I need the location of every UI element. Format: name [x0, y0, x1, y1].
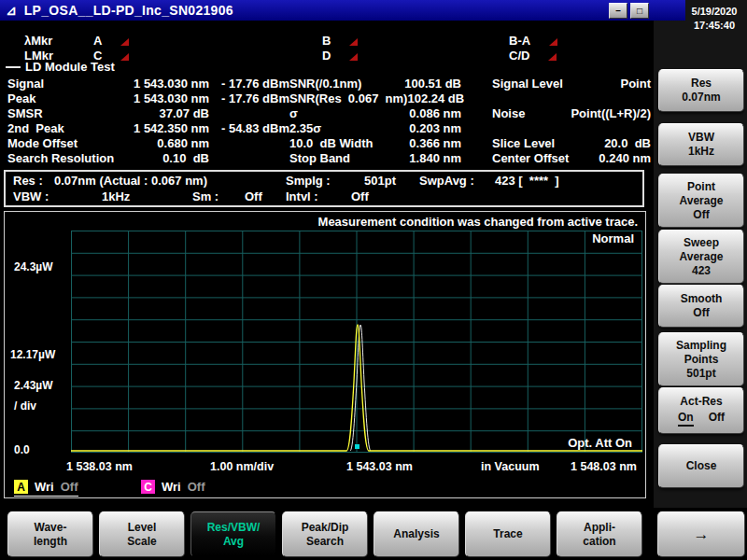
analysis-value: 1 543.030 nm	[129, 77, 209, 91]
act-res-off: Off	[709, 411, 725, 427]
fnkey-analysis[interactable]: Analysis	[374, 511, 459, 557]
analysis-value	[209, 136, 289, 150]
fnkey-line: Peak/Dip	[302, 521, 349, 535]
analysis-value: Point((L+R)/2)	[571, 106, 651, 120]
trace-c-legend: C Wri Off	[141, 480, 205, 496]
analysis-label: SNR(Res 0.067 nm)	[289, 91, 407, 105]
softkey-vbw[interactable]: VBW 1kHz	[658, 123, 744, 166]
trace-c-chip[interactable]: C	[141, 480, 155, 494]
act-res-state: On Off	[678, 411, 725, 427]
analysis-label: Search Resolution	[7, 151, 129, 165]
section-rule	[6, 66, 21, 68]
softkey-line: Sampling	[676, 339, 726, 353]
fnkey-level-scale[interactable]: Level Scale	[99, 511, 185, 557]
softkey-act-res[interactable]: Act-Res On Off	[658, 387, 744, 434]
act-res-on: On	[678, 411, 694, 427]
analysis-value: 1.840 nm	[409, 151, 461, 165]
trace-c-state: Off	[188, 480, 205, 494]
softkey-res[interactable]: Res 0.07nm	[658, 69, 744, 112]
softkey-line: Act-Res	[680, 395, 722, 409]
x-axis-div-label: 1.00 nm/div	[210, 460, 274, 473]
sm-label: Sm :	[192, 189, 218, 203]
wavelength-marker-row: λMkr A B B-A	[0, 34, 654, 48]
res-value: 0.07nm (Actual : 0.067 nm)	[54, 174, 207, 188]
fnkey-application[interactable]: Appli- cation	[557, 511, 642, 557]
marker-b-label: B	[322, 34, 331, 48]
analysis-value: - 54.83 dBm	[209, 121, 289, 135]
optical-attenuator-status: Opt. Att On	[568, 436, 632, 450]
analysis-section-header: LD Module Test	[6, 60, 115, 74]
lambda-mkr-label: λMkr	[24, 34, 52, 48]
softkey-line: Average	[680, 250, 724, 264]
softkey-smooth[interactable]: Smooth Off	[658, 285, 744, 328]
softkey-line: 0.07nm	[682, 91, 720, 105]
swpavg-value: 423 [ **** ]	[495, 174, 559, 188]
analysis-row: SMSR37.07 dB σ0.086 nm NoisePoint((L+R)/…	[0, 106, 654, 121]
analysis-value	[209, 106, 289, 120]
analysis-value: 1 543.030 nm	[129, 91, 209, 105]
fnkey-trace[interactable]: Trace	[465, 511, 551, 557]
fnkey-wavelength[interactable]: Wave- length	[7, 511, 93, 557]
analysis-value: Point	[621, 77, 652, 91]
analysis-label: Peak	[7, 91, 129, 105]
analysis-label: 10.0 dB Width	[289, 136, 373, 150]
graph-area: Measurement condition was changed from a…	[4, 211, 646, 498]
analysis-row: Peak1 543.030 nm- 17.76 dBm SNR(Res 0.06…	[0, 91, 654, 106]
analysis-value: 0.366 nm	[409, 136, 461, 150]
marker-triangle-icon	[548, 53, 557, 61]
fnkey-line: cation	[583, 535, 615, 549]
analysis-label: Signal Level	[492, 77, 563, 91]
x-axis-start-label: 1 538.03 nm	[66, 460, 133, 473]
softkey-line: Smooth	[681, 292, 723, 306]
minimize-button[interactable]: –	[609, 3, 627, 19]
analysis-value: 0.680 nm	[129, 136, 209, 150]
app-logo-icon: ⊿	[6, 3, 17, 18]
analysis-row: Search Resolution0.10 dB Stop Band1.840 …	[0, 151, 654, 166]
trace-a-chip[interactable]: A	[14, 480, 28, 494]
analysis-value: 0.10 dB	[129, 151, 209, 165]
fnkey-res-vbw-avg[interactable]: Res/VBW/ Avg	[190, 511, 276, 557]
analysis-label: Slice Level	[492, 136, 555, 150]
softkey-line: VBW	[688, 131, 714, 145]
softkey-line: Res	[691, 77, 712, 91]
analysis-value: 0.240 nm	[599, 151, 651, 165]
peak-base-marker	[355, 444, 359, 449]
marker-a: A	[93, 34, 129, 48]
softkey-line: Sweep	[684, 236, 719, 250]
marker-b: B	[322, 34, 358, 48]
date-label: 5/19/2020	[685, 5, 743, 19]
softkey-line: 501pt	[686, 367, 715, 381]
softkey-line: 1kHz	[688, 145, 714, 159]
softkey-point-average[interactable]: Point Average Off	[658, 174, 744, 228]
y-axis-zero-label: 0.0	[14, 443, 30, 456]
analysis-label: Mode Offset	[7, 136, 129, 150]
analysis-row: Mode Offset0.680 nm 10.0 dB Width0.366 n…	[0, 136, 654, 151]
marker-triangle-icon	[349, 53, 358, 61]
softkey-line: Off	[693, 306, 709, 320]
analysis-value: 102.24 dB	[407, 91, 464, 105]
smplg-value: 501pt	[364, 174, 396, 188]
vbw-label: VBW :	[13, 189, 49, 203]
sm-value: Off	[245, 189, 262, 203]
fnkey-peak-dip-search[interactable]: Peak/Dip Search	[282, 511, 368, 557]
analysis-label: 2nd Peak	[7, 121, 129, 135]
analysis-value: 0.086 nm	[409, 106, 461, 120]
function-key-bar: Wave- length Level Scale Res/VBW/ Avg Pe…	[0, 508, 747, 560]
y-axis-div-unit: / div	[14, 399, 36, 413]
measurement-warning: Measurement condition was changed from a…	[318, 215, 638, 229]
softkey-line: Point	[687, 180, 715, 194]
marker-triangle-icon	[120, 53, 129, 61]
fnkey-more-arrow[interactable]: →	[657, 511, 745, 557]
trace-a-state: Off	[61, 480, 78, 494]
softkey-line: Average	[680, 194, 724, 208]
softkey-sampling-points[interactable]: Sampling Points 501pt	[658, 332, 744, 386]
softkey-close[interactable]: Close	[658, 444, 744, 488]
fnkey-line: Avg	[223, 535, 244, 549]
spectrum-plot	[71, 231, 642, 453]
maximize-button[interactable]: □	[630, 3, 649, 19]
title-bar: ⊿ LP_OSA__LD-PD_Inc_SN021906 – □	[0, 0, 685, 21]
softkey-sweep-average[interactable]: Sweep Average 423	[658, 230, 744, 284]
x-axis-center-label: 1 543.03 nm	[346, 460, 413, 473]
marker-d: D	[322, 49, 358, 63]
analysis-label: Center Offset	[492, 151, 569, 165]
